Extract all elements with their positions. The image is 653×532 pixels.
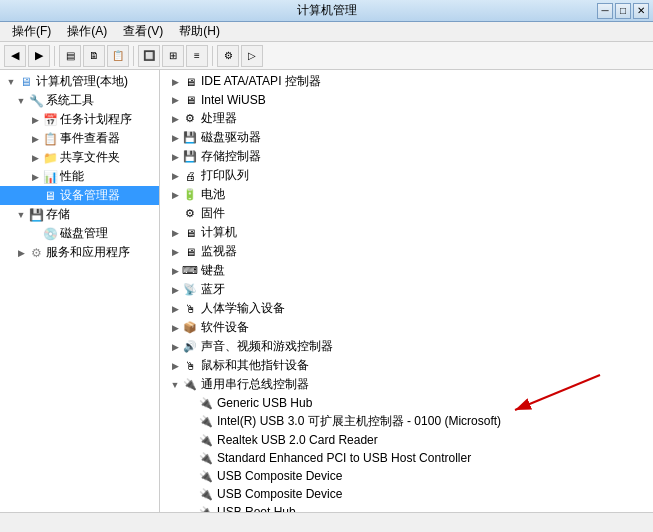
tree-item-generic-usb-hub[interactable]: 🔌 Generic USB Hub xyxy=(160,394,653,412)
expand-disk[interactable] xyxy=(28,227,42,241)
expand-keyboard[interactable]: ▶ xyxy=(168,264,182,278)
wiusb-icon: 🖥 xyxy=(182,92,198,108)
tree-item-intel-usb3[interactable]: 🔌 Intel(R) USB 3.0 可扩展主机控制器 - 0100 (Micr… xyxy=(160,412,653,431)
expand-battery[interactable]: ▶ xyxy=(168,188,182,202)
sidebar-item-system-tools[interactable]: ▼ 🔧 系统工具 xyxy=(0,91,159,110)
toolbar-btn-6[interactable]: ≡ xyxy=(186,45,208,67)
sidebar-item-services[interactable]: ▶ ⚙ 服务和应用程序 xyxy=(0,243,159,262)
tree-item-usb-composite-1[interactable]: 🔌 USB Composite Device xyxy=(160,467,653,485)
storage-icon: 💾 xyxy=(28,207,44,223)
menu-file[interactable]: 操作(F) xyxy=(4,21,59,42)
expand-share[interactable]: ▶ xyxy=(28,151,42,165)
tree-item-ide[interactable]: ▶ 🖥 IDE ATA/ATAPI 控制器 xyxy=(160,72,653,91)
tree-item-usb-composite-2[interactable]: 🔌 USB Composite Device xyxy=(160,485,653,503)
expand-disk-drive[interactable]: ▶ xyxy=(168,131,182,145)
sidebar-item-performance[interactable]: ▶ 📊 性能 xyxy=(0,167,159,186)
tree-item-monitor[interactable]: ▶ 🖥 监视器 xyxy=(160,242,653,261)
tree-item-usb-controller[interactable]: ▼ 🔌 通用串行总线控制器 xyxy=(160,375,653,394)
sidebar-item-event-viewer[interactable]: ▶ 📋 事件查看器 xyxy=(0,129,159,148)
back-button[interactable]: ◀ xyxy=(4,45,26,67)
tree-item-bluetooth[interactable]: ▶ 📡 蓝牙 xyxy=(160,280,653,299)
expand-device[interactable] xyxy=(28,189,42,203)
menu-view[interactable]: 查看(V) xyxy=(115,21,171,42)
expand-mouse[interactable]: ▶ xyxy=(168,359,182,373)
software-dev-icon: 📦 xyxy=(182,320,198,336)
std-pci-label: Standard Enhanced PCI to USB Host Contro… xyxy=(217,451,471,465)
expand-hid[interactable]: ▶ xyxy=(168,302,182,316)
tree-item-disk-drive[interactable]: ▶ 💾 磁盘驱动器 xyxy=(160,128,653,147)
menu-help[interactable]: 帮助(H) xyxy=(171,21,228,42)
sidebar-item-device-manager[interactable]: 🖥 设备管理器 xyxy=(0,186,159,205)
sidebar-root[interactable]: ▼ 🖥 计算机管理(本地) xyxy=(0,72,159,91)
realtek-usb-label: Realtek USB 2.0 Card Reader xyxy=(217,433,378,447)
expand-wiusb[interactable]: ▶ xyxy=(168,93,182,107)
bluetooth-label: 蓝牙 xyxy=(201,281,225,298)
toolbar-btn-3[interactable]: 📋 xyxy=(107,45,129,67)
tree-item-processor[interactable]: ▶ ⚙ 处理器 xyxy=(160,109,653,128)
tree-item-computer[interactable]: ▶ 🖥 计算机 xyxy=(160,223,653,242)
expand-system-tools[interactable]: ▼ xyxy=(14,94,28,108)
ide-icon: 🖥 xyxy=(182,74,198,90)
close-button[interactable]: ✕ xyxy=(633,3,649,19)
tree-item-software-dev[interactable]: ▶ 📦 软件设备 xyxy=(160,318,653,337)
tree-item-mouse[interactable]: ▶ 🖱 鼠标和其他指针设备 xyxy=(160,356,653,375)
expand-services[interactable]: ▶ xyxy=(14,246,28,260)
menu-action[interactable]: 操作(A) xyxy=(59,21,115,42)
tree-item-firmware[interactable]: ⚙ 固件 xyxy=(160,204,653,223)
sidebar-item-shared-folders[interactable]: ▶ 📁 共享文件夹 xyxy=(0,148,159,167)
tree-item-realtek-usb[interactable]: 🔌 Realtek USB 2.0 Card Reader xyxy=(160,431,653,449)
toolbar-btn-8[interactable]: ▷ xyxy=(241,45,263,67)
expand-event[interactable]: ▶ xyxy=(28,132,42,146)
forward-button[interactable]: ▶ xyxy=(28,45,50,67)
expand-task[interactable]: ▶ xyxy=(28,113,42,127)
tree-item-battery[interactable]: ▶ 🔋 电池 xyxy=(160,185,653,204)
expand-computer[interactable]: ▶ xyxy=(168,226,182,240)
storage-ctrl-icon: 💾 xyxy=(182,149,198,165)
expand-audio[interactable]: ▶ xyxy=(168,340,182,354)
computer-label: 计算机 xyxy=(201,224,237,241)
expand-firmware[interactable] xyxy=(168,207,182,221)
generic-hub-label: Generic USB Hub xyxy=(217,396,312,410)
tree-item-hid[interactable]: ▶ 🖱 人体学输入设备 xyxy=(160,299,653,318)
tree-item-keyboard[interactable]: ▶ ⌨ 键盘 xyxy=(160,261,653,280)
tree-item-standard-pci[interactable]: 🔌 Standard Enhanced PCI to USB Host Cont… xyxy=(160,449,653,467)
expand-proc[interactable]: ▶ xyxy=(168,112,182,126)
tree-item-usb-root-hub[interactable]: 🔌 USB Root Hub xyxy=(160,503,653,512)
disk-label: 磁盘管理 xyxy=(60,225,108,242)
toolbar-btn-7[interactable]: ⚙ xyxy=(217,45,239,67)
storage-label: 存储 xyxy=(46,206,70,223)
task-label: 任务计划程序 xyxy=(60,111,132,128)
expand-storage[interactable]: ▼ xyxy=(14,208,28,222)
wiusb-label: Intel WiUSB xyxy=(201,93,266,107)
expand-storage-ctrl[interactable]: ▶ xyxy=(168,150,182,164)
expand-std-pci xyxy=(184,451,198,465)
expand-root[interactable]: ▼ xyxy=(4,75,18,89)
toolbar-btn-4[interactable]: 🔲 xyxy=(138,45,160,67)
expand-bluetooth[interactable]: ▶ xyxy=(168,283,182,297)
sidebar-item-storage[interactable]: ▼ 💾 存储 xyxy=(0,205,159,224)
expand-usb-ctrl[interactable]: ▼ xyxy=(168,378,182,392)
toolbar-btn-5[interactable]: ⊞ xyxy=(162,45,184,67)
expand-ide[interactable]: ▶ xyxy=(168,75,182,89)
tree-item-print[interactable]: ▶ 🖨 打印队列 xyxy=(160,166,653,185)
tree-item-intel-wiusb[interactable]: ▶ 🖥 Intel WiUSB xyxy=(160,91,653,109)
expand-monitor[interactable]: ▶ xyxy=(168,245,182,259)
keyboard-label: 键盘 xyxy=(201,262,225,279)
minimize-button[interactable]: ─ xyxy=(597,3,613,19)
tree-item-audio[interactable]: ▶ 🔊 声音、视频和游戏控制器 xyxy=(160,337,653,356)
hid-label: 人体学输入设备 xyxy=(201,300,285,317)
expand-realtek-usb xyxy=(184,433,198,447)
toolbar: ◀ ▶ ▤ 🗎 📋 🔲 ⊞ ≡ ⚙ ▷ xyxy=(0,42,653,70)
sidebar-item-task-scheduler[interactable]: ▶ 📅 任务计划程序 xyxy=(0,110,159,129)
expand-perf[interactable]: ▶ xyxy=(28,170,42,184)
sidebar-item-disk-mgmt[interactable]: 💿 磁盘管理 xyxy=(0,224,159,243)
title-bar-buttons: ─ □ ✕ xyxy=(597,3,649,19)
maximize-button[interactable]: □ xyxy=(615,3,631,19)
event-icon: 📋 xyxy=(42,131,58,147)
tree-item-storage-ctrl[interactable]: ▶ 💾 存储控制器 xyxy=(160,147,653,166)
toolbar-btn-2[interactable]: 🗎 xyxy=(83,45,105,67)
toolbar-btn-1[interactable]: ▤ xyxy=(59,45,81,67)
expand-software-dev[interactable]: ▶ xyxy=(168,321,182,335)
task-icon: 📅 xyxy=(42,112,58,128)
expand-print[interactable]: ▶ xyxy=(168,169,182,183)
